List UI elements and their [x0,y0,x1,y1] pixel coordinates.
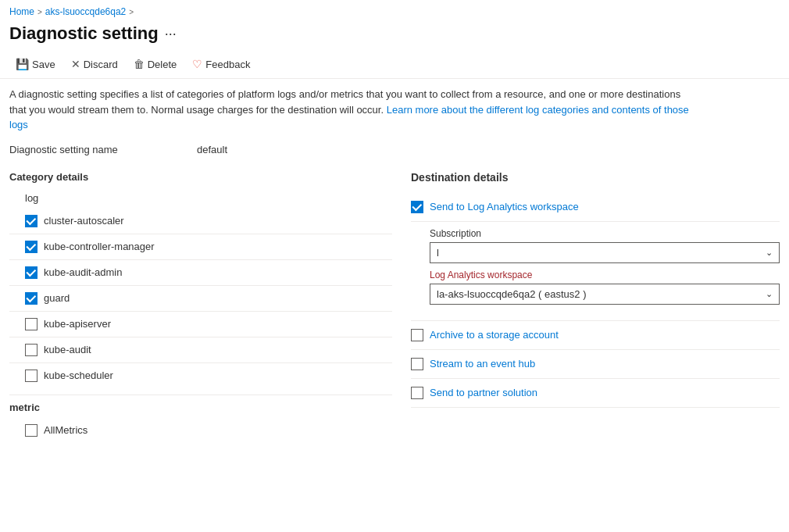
log-item-label-5: kube-audit [44,344,91,355]
log-item-label-2: kube-audit-admin [44,266,122,278]
log-item-checkbox-4[interactable] [25,318,37,330]
breadcrumb: Home > aks-lsuoccqde6qa2 > [0,0,789,20]
log-item-label-3: guard [44,292,70,304]
log-item-row: kube-controller-manager [9,234,392,260]
subscription-label: Subscription [430,228,780,239]
delete-label: Delete [148,59,177,70]
log-item-row: kube-scheduler [9,363,392,388]
metric-section: metric AllMetrics [9,395,392,443]
metric-item-row: AllMetrics [9,418,392,443]
discard-icon: ✕ [71,58,80,70]
event-hub-checkbox[interactable] [411,358,423,370]
log-analytics-checkbox[interactable] [411,201,423,213]
log-analytics-label[interactable]: Send to Log Analytics workspace [430,201,579,212]
main-content: Category details log cluster-autoscalerk… [0,162,789,449]
partner-row: Send to partner solution [411,379,780,408]
log-item-checkbox-6[interactable] [25,370,37,382]
log-section-header: log [9,189,392,209]
page-title-row: Diagnostic setting ··· [0,20,789,50]
setting-name-label: Diagnostic setting name [9,144,197,155]
more-options-icon[interactable]: ··· [165,26,177,42]
setting-name-row: Diagnostic setting name default [0,141,789,162]
metric-section-header: metric [9,395,392,418]
workspace-label: Log Analytics workspace [430,270,780,280]
metric-item-label-0: AllMetrics [44,424,87,436]
log-item-row: kube-apiserver [9,312,392,337]
breadcrumb-sep1: > [37,8,42,16]
toolbar: 💾 Save ✕ Discard 🗑 Delete ♡ Feedback [0,50,789,79]
subscription-dropdown[interactable]: l ⌄ [430,242,780,263]
log-item-checkbox-2[interactable] [25,266,37,279]
log-analytics-expanded: Subscription l ⌄ Log Analytics workspace… [411,222,780,321]
save-label: Save [32,59,55,70]
log-item-row: cluster-autoscaler [9,209,392,234]
subscription-chevron-icon: ⌄ [766,248,773,258]
destination-details-panel: Destination details Send to Log Analytic… [392,168,780,443]
category-details-panel: Category details log cluster-autoscalerk… [9,168,392,443]
breadcrumb-resource[interactable]: aks-lsuoccqde6qa2 [45,6,126,17]
feedback-icon: ♡ [192,58,202,70]
log-item-row: kube-audit-admin [9,260,392,286]
log-item-checkbox-0[interactable] [25,215,37,227]
log-item-label-4: kube-apiserver [44,318,111,330]
workspace-dropdown[interactable]: la-aks-lsuoccqde6qa2 ( eastus2 ) ⌄ [430,284,780,305]
metric-items-container: AllMetrics [9,418,392,443]
storage-row: Archive to a storage account [411,321,780,350]
event-hub-row: Stream to an event hub [411,350,780,379]
breadcrumb-home[interactable]: Home [9,6,34,17]
discard-button[interactable]: ✕ Discard [65,55,124,73]
description: A diagnostic setting specifies a list of… [0,79,703,141]
log-item-checkbox-5[interactable] [25,344,37,356]
log-item-checkbox-3[interactable] [25,292,37,305]
storage-checkbox[interactable] [411,329,423,341]
breadcrumb-sep2: > [129,8,134,16]
workspace-value: la-aks-lsuoccqde6qa2 ( eastus2 ) [437,288,587,300]
log-item-label-1: kube-controller-manager [44,241,155,252]
category-details-header: Category details [9,168,392,189]
subscription-value: l [437,247,439,259]
log-item-row: kube-audit [9,337,392,363]
delete-icon: 🗑 [134,58,145,70]
feedback-label: Feedback [205,59,250,70]
metric-item-checkbox-0[interactable] [25,424,37,437]
page-title: Diagnostic setting [9,23,159,44]
storage-label[interactable]: Archive to a storage account [430,329,559,341]
workspace-chevron-icon: ⌄ [766,289,773,299]
log-analytics-row: Send to Log Analytics workspace [411,193,780,222]
log-item-checkbox-1[interactable] [25,241,37,253]
save-icon: 💾 [16,58,29,70]
feedback-button[interactable]: ♡ Feedback [186,55,256,73]
partner-label[interactable]: Send to partner solution [430,387,537,398]
save-button[interactable]: 💾 Save [9,55,62,73]
delete-button[interactable]: 🗑 Delete [127,55,184,73]
setting-name-value: default [197,144,227,155]
event-hub-label[interactable]: Stream to an event hub [430,358,535,370]
log-items-container: cluster-autoscalerkube-controller-manage… [9,209,392,388]
log-item-label-6: kube-scheduler [44,370,113,381]
discard-label: Discard [84,59,118,70]
destination-details-header: Destination details [411,168,780,193]
partner-checkbox[interactable] [411,387,423,399]
log-item-label-0: cluster-autoscaler [44,215,124,227]
log-item-row: guard [9,286,392,312]
